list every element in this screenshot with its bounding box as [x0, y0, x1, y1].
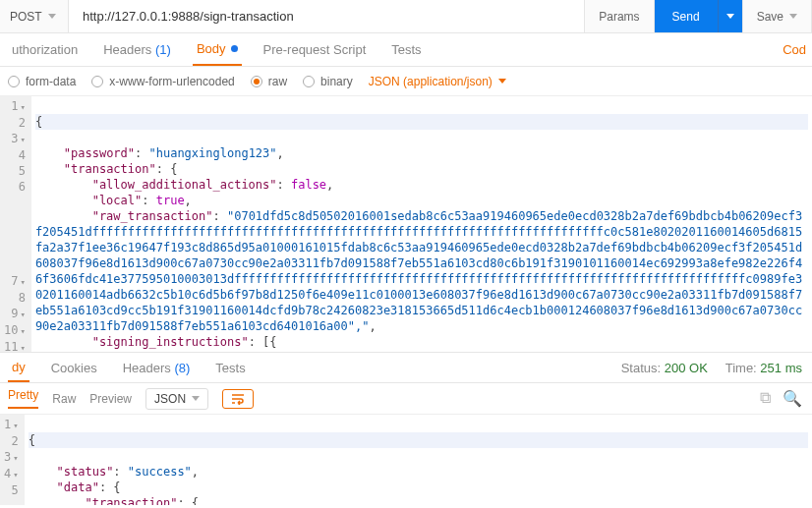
url-input[interactable] — [69, 0, 585, 32]
http-method-label: POST — [10, 10, 42, 24]
status-code: 200 OK — [665, 361, 708, 375]
chevron-down-icon — [498, 79, 506, 84]
tab-authorization[interactable]: uthorization — [8, 33, 82, 66]
chevron-down-icon — [192, 396, 200, 401]
view-raw[interactable]: Raw — [52, 392, 76, 406]
radio-urlencoded[interactable]: x-www-form-urlencoded — [91, 75, 234, 88]
line-gutter: 12345 — [0, 415, 25, 505]
response-time: 251 ms — [760, 361, 802, 375]
view-preview[interactable]: Preview — [89, 392, 132, 406]
tab-body[interactable]: Body — [193, 33, 242, 66]
response-toolbar: Pretty Raw Preview JSON ⧉ 🔍 — [0, 383, 812, 415]
response-body-editor[interactable]: 12345 { "status": "success", "data": { "… — [0, 415, 812, 505]
resp-tab-tests[interactable]: Tests — [211, 353, 249, 382]
response-tabs: dy Cookies Headers (8) Tests Status: 200… — [0, 352, 812, 383]
radio-binary[interactable]: binary — [303, 75, 353, 88]
tab-prerequest[interactable]: Pre-request Script — [260, 33, 371, 66]
chevron-down-icon — [789, 14, 797, 19]
view-pretty[interactable]: Pretty — [8, 388, 38, 409]
wrap-lines-toggle[interactable] — [222, 389, 254, 409]
body-type-row: form-data x-www-form-urlencoded raw bina… — [0, 67, 812, 96]
response-meta: Status: 200 OK Time: 251 ms — [621, 361, 802, 375]
send-dropdown[interactable] — [719, 0, 743, 32]
wrap-icon — [231, 393, 245, 405]
save-button[interactable]: Save — [743, 0, 812, 32]
copy-icon[interactable]: ⧉ — [760, 389, 771, 408]
chevron-down-icon — [726, 14, 734, 19]
chevron-down-icon — [48, 14, 56, 19]
search-icon[interactable]: 🔍 — [783, 389, 802, 408]
resp-tab-cookies[interactable]: Cookies — [47, 353, 101, 382]
request-topbar: POST Params Send Save — [0, 0, 812, 33]
params-button[interactable]: Params — [585, 0, 654, 32]
request-tabs: uthorization Headers (1) Body Pre-reques… — [0, 33, 812, 67]
code-link[interactable]: Cod — [783, 42, 806, 57]
line-gutter: 123456 78910111213 — [0, 96, 31, 352]
resp-tab-headers[interactable]: Headers (8) — [119, 353, 195, 382]
tab-tests[interactable]: Tests — [387, 33, 425, 66]
content-type-selector[interactable]: JSON (application/json) — [369, 75, 506, 88]
raw-transaction-value: "0701dfd5c8d50502016001sedab8c6c53aa9194… — [35, 209, 802, 333]
tab-headers[interactable]: Headers (1) — [99, 33, 175, 66]
response-format-selector[interactable]: JSON — [145, 388, 208, 410]
radio-form-data[interactable]: form-data — [8, 75, 76, 88]
code-area[interactable]: { "status": "success", "data": { "transa… — [25, 415, 812, 505]
request-body-editor[interactable]: 123456 78910111213 { "password": "huangx… — [0, 96, 812, 352]
radio-raw[interactable]: raw — [251, 75, 287, 88]
resp-tab-body[interactable]: dy — [8, 353, 29, 382]
send-button[interactable]: Send — [655, 0, 719, 32]
http-method-selector[interactable]: POST — [0, 0, 69, 32]
code-area[interactable]: { "password": "huangxinglong123", "trans… — [31, 96, 812, 352]
